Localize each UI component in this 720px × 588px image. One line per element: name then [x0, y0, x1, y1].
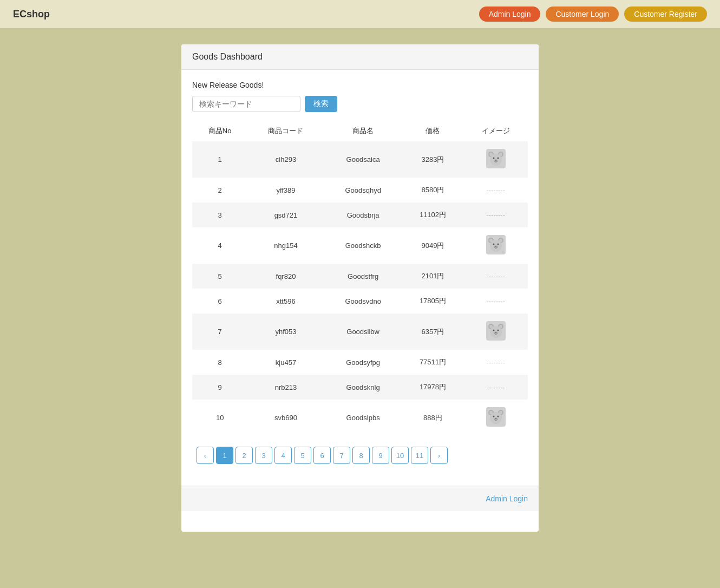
svg-point-6	[493, 158, 494, 159]
cell-image: --------	[463, 350, 528, 375]
dashboard-header: Goods Dashboard	[181, 44, 539, 70]
cell-code: svb690	[247, 400, 324, 436]
svg-point-37	[497, 416, 499, 417]
pagination-page-5-button[interactable]: 5	[294, 447, 311, 464]
no-image-placeholder: --------	[486, 186, 505, 194]
pagination-page-2-button[interactable]: 2	[235, 447, 253, 464]
search-input[interactable]	[192, 96, 300, 112]
cell-code: xtt596	[247, 289, 324, 313]
main-container: Goods Dashboard New Release Goods! 検索 商品…	[0, 28, 720, 548]
no-image-placeholder: --------	[486, 383, 505, 391]
cell-name: Goodsllbw	[324, 313, 402, 350]
pagination-page-3-button[interactable]: 3	[255, 447, 272, 464]
table-row: 9 nrb213 Goodsknlg 17978円 --------	[192, 375, 528, 400]
col-name: 商品名	[324, 121, 402, 141]
cell-price: 3283円	[402, 141, 464, 178]
table-row: 1 cih293 Goodsaica 3283円	[192, 141, 528, 178]
pagination-page-6-button[interactable]: 6	[313, 447, 331, 464]
cell-image	[463, 313, 528, 350]
section-title: New Release Goods!	[192, 81, 528, 89]
cell-no: 10	[192, 400, 247, 436]
table-row: 10 svb690 Goodslpbs 888円	[192, 400, 528, 436]
pagination-page-9-button[interactable]: 9	[372, 447, 389, 464]
cell-image: --------	[463, 289, 528, 313]
cell-no: 7	[192, 313, 247, 350]
cell-name: Goodsaica	[324, 141, 402, 178]
cell-price: 17805円	[402, 289, 464, 313]
cell-image: --------	[463, 375, 528, 400]
cell-price: 11102円	[402, 202, 464, 227]
table-row: 7 yhf053 Goodsllbw 6357円	[192, 313, 528, 350]
svg-point-7	[497, 158, 499, 159]
cell-image: --------	[463, 178, 528, 202]
table-row: 8 kju457 Goodsyfpg 77511円 --------	[192, 350, 528, 375]
header-admin-login-button[interactable]: Admin Login	[479, 6, 541, 22]
cell-no: 1	[192, 141, 247, 178]
cell-price: 17978円	[402, 375, 464, 400]
search-button[interactable]: 検索	[305, 96, 337, 112]
cell-image	[463, 227, 528, 264]
cell-image: --------	[463, 264, 528, 289]
pagination-page-10-button[interactable]: 10	[391, 447, 409, 464]
no-image-placeholder: --------	[486, 272, 505, 280]
cell-name: Goodsbrja	[324, 202, 402, 227]
cell-name: Goodsyfpg	[324, 350, 402, 375]
col-no: 商品No	[192, 121, 247, 141]
col-image: イメージ	[463, 121, 528, 141]
cell-code: yff389	[247, 178, 324, 202]
cell-price: 6357円	[402, 313, 464, 350]
table-row: 4 nhg154 Goodshckb 9049円	[192, 227, 528, 264]
pagination: ‹1234567891011›	[192, 436, 528, 475]
no-image-placeholder: --------	[486, 358, 505, 367]
pagination-page-11-button[interactable]: 11	[411, 447, 428, 464]
cell-code: gsd721	[247, 202, 324, 227]
search-bar: 検索	[192, 96, 528, 112]
table-row: 3 gsd721 Goodsbrja 11102円 --------	[192, 202, 528, 227]
footer-admin-login-link[interactable]: Admin Login	[486, 494, 528, 503]
pagination-page-7-button[interactable]: 7	[333, 447, 350, 464]
svg-point-39	[495, 418, 496, 419]
cell-image	[463, 400, 528, 436]
header-buttons: Admin Login Customer Login Customer Regi…	[479, 6, 707, 22]
cell-code: cih293	[247, 141, 324, 178]
table-header-row: 商品No 商品コード 商品名 価格 イメージ	[192, 121, 528, 141]
svg-point-26	[493, 330, 494, 331]
cell-no: 4	[192, 227, 247, 264]
cell-price: 2101円	[402, 264, 464, 289]
cell-no: 2	[192, 178, 247, 202]
dashboard-card: Goods Dashboard New Release Goods! 検索 商品…	[181, 44, 539, 532]
svg-point-27	[497, 330, 499, 331]
pagination-page-4-button[interactable]: 4	[274, 447, 292, 464]
no-image-placeholder: --------	[486, 211, 505, 219]
header-customer-login-button[interactable]: Customer Login	[546, 6, 619, 22]
cell-image: --------	[463, 202, 528, 227]
dashboard-title: Goods Dashboard	[192, 52, 263, 61]
cell-no: 8	[192, 350, 247, 375]
pagination-page-8-button[interactable]: 8	[352, 447, 370, 464]
svg-point-9	[495, 160, 496, 161]
table-row: 2 yff389 Goodsqhyd 8580円 --------	[192, 178, 528, 202]
cell-name: Goodstfrg	[324, 264, 402, 289]
pagination-next-button[interactable]: ›	[430, 447, 448, 464]
dashboard-footer: Admin Login	[181, 486, 539, 511]
pagination-prev-button[interactable]: ‹	[197, 447, 214, 464]
cell-price: 8580円	[402, 178, 464, 202]
pagination-page-1-button[interactable]: 1	[216, 447, 233, 464]
cell-image	[463, 141, 528, 178]
cell-price: 888円	[402, 400, 464, 436]
cell-no: 3	[192, 202, 247, 227]
cell-code: nrb213	[247, 375, 324, 400]
goods-table: 商品No 商品コード 商品名 価格 イメージ 1 cih293 Goodsaic…	[192, 121, 528, 436]
cell-price: 9049円	[402, 227, 464, 264]
cell-code: fqr820	[247, 264, 324, 289]
dashboard-body: New Release Goods! 検索 商品No 商品コード 商品名 価格 …	[181, 70, 539, 486]
svg-point-17	[497, 244, 499, 245]
cell-name: Goodsknlg	[324, 375, 402, 400]
cell-no: 9	[192, 375, 247, 400]
cell-no: 5	[192, 264, 247, 289]
cell-code: nhg154	[247, 227, 324, 264]
header-customer-register-button[interactable]: Customer Register	[624, 6, 707, 22]
cell-name: Goodsqhyd	[324, 178, 402, 202]
cell-code: yhf053	[247, 313, 324, 350]
no-image-placeholder: --------	[486, 297, 505, 305]
